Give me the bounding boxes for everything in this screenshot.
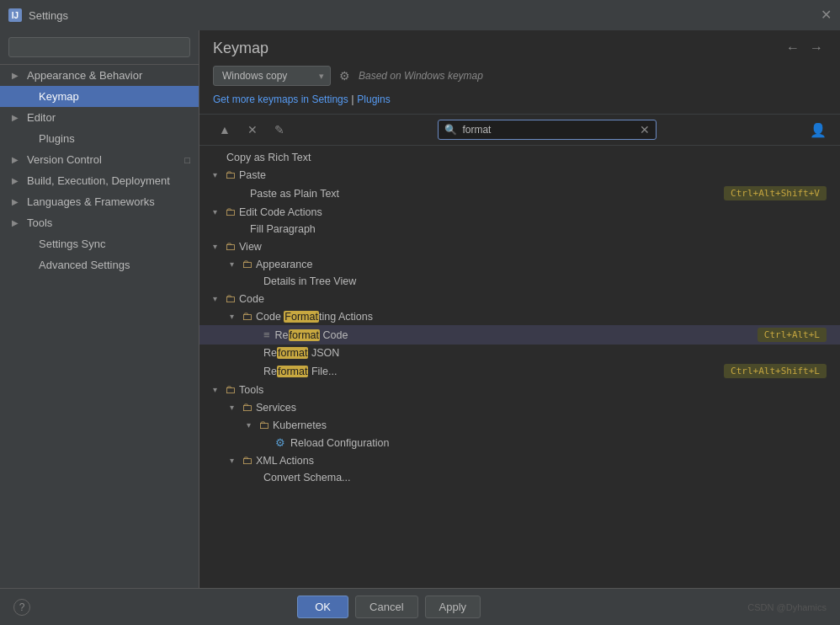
- row-label: Fill Paragraph: [250, 223, 316, 235]
- sidebar: ▶ Appearance & Behavior Keymap ▶ Editor …: [0, 30, 199, 588]
- row-label: Appearance: [256, 259, 312, 270]
- sidebar-item-keymap[interactable]: Keymap: [0, 86, 199, 107]
- sidebar-item-languages-frameworks[interactable]: ▶ Languages & Frameworks: [0, 191, 199, 212]
- toolbar-left: ▲ ✕ ✎: [213, 120, 290, 140]
- tree-row-code-formatting-actions[interactable]: ▾ 🗀 Code Formatting Actions: [199, 307, 840, 325]
- move-down-button[interactable]: ✕: [242, 120, 263, 140]
- plugins-link[interactable]: Plugins: [357, 93, 390, 105]
- folder-icon: 🗀: [225, 168, 236, 181]
- sidebar-search-input[interactable]: [8, 37, 190, 57]
- folder-icon: 🗀: [258, 419, 269, 431]
- sidebar-item-label: Version Control: [27, 153, 102, 166]
- search-box-wrap: 🔍 ✕: [438, 120, 657, 140]
- sidebar-item-plugins[interactable]: Plugins: [0, 128, 199, 149]
- nav-arrows: ← →: [783, 39, 827, 57]
- tree-row-tools[interactable]: ▾ 🗀 Tools: [199, 381, 840, 398]
- person-icon[interactable]: 👤: [810, 122, 827, 138]
- chevron-icon: ▾: [213, 242, 221, 251]
- search-clear-button[interactable]: ✕: [640, 123, 650, 136]
- chevron-icon: ▾: [213, 170, 221, 179]
- folder-icon: 🗀: [225, 383, 236, 396]
- tree-row-reformat-json[interactable]: Reformat JSON: [199, 345, 840, 361]
- chevron-icon: ▾: [230, 456, 238, 465]
- row-label: Services: [256, 402, 296, 414]
- row-label: Tools: [239, 384, 263, 396]
- row-label: Paste as Plain Text: [250, 188, 339, 200]
- spacer: [24, 134, 34, 143]
- toolbar: ▲ ✕ ✎ 🔍 ✕ 👤: [199, 115, 840, 146]
- sidebar-item-label: Plugins: [39, 132, 75, 145]
- tree-row-code[interactable]: ▾ 🗀 Code: [199, 290, 840, 307]
- tree-row-convert-schema[interactable]: Convert Schema...: [199, 469, 840, 486]
- gear-icon[interactable]: ⚙: [339, 69, 350, 83]
- sidebar-item-label: Advanced Settings: [39, 259, 130, 271]
- chevron-icon: ▶: [12, 71, 22, 80]
- shortcut-badge: Ctrl+Alt+L: [758, 328, 827, 342]
- tree-row-edit-code-actions[interactable]: ▾ 🗀 Edit Code Actions: [199, 203, 840, 221]
- sidebar-item-version-control[interactable]: ▶ Version Control □: [0, 149, 199, 170]
- sidebar-item-label: Tools: [27, 216, 52, 229]
- tree-row-xml-actions[interactable]: ▾ 🗀 XML Actions: [199, 451, 840, 469]
- chevron-icon: ▾: [213, 207, 221, 216]
- sidebar-item-advanced-settings[interactable]: Advanced Settings: [0, 254, 199, 275]
- title-bar: IJ Settings ✕: [0, 0, 840, 30]
- page-title: Keymap: [213, 40, 268, 57]
- highlight-format: format: [277, 347, 308, 359]
- row-label: Reformat File...: [263, 366, 337, 377]
- content-header: Keymap ← → Windows copy Default Mac OS X…: [199, 30, 840, 115]
- sidebar-item-label: Languages & Frameworks: [27, 195, 155, 208]
- sidebar-item-settings-sync[interactable]: Settings Sync: [0, 233, 199, 254]
- row-label: Kubernetes: [273, 419, 327, 431]
- tree-row[interactable]: Copy as Rich Text: [199, 149, 840, 166]
- help-button[interactable]: ?: [13, 599, 30, 616]
- cancel-button[interactable]: Cancel: [355, 596, 417, 618]
- tree-row-paste[interactable]: ▾ 🗀 Paste: [199, 166, 840, 184]
- edit-shortcut-button[interactable]: ✎: [268, 120, 290, 140]
- row-label: Edit Code Actions: [239, 206, 322, 218]
- nav-forward-button[interactable]: →: [806, 39, 827, 57]
- based-on-label: Based on Windows keymap: [359, 70, 483, 82]
- content-area: Keymap ← → Windows copy Default Mac OS X…: [199, 30, 840, 588]
- tree-row-reformat-file[interactable]: Reformat File... Ctrl+Alt+Shift+L: [199, 361, 840, 381]
- get-more-keymaps-link[interactable]: Get more keymaps in Settings: [213, 93, 348, 105]
- row-label: XML Actions: [256, 455, 314, 467]
- tree-row-reformat-code[interactable]: ≡ Reformat Code Ctrl+Alt+L: [199, 325, 840, 345]
- content-header-top: Keymap ← →: [213, 39, 827, 57]
- spacer: [24, 239, 34, 248]
- ok-button[interactable]: OK: [297, 596, 348, 618]
- tree-row-kubernetes[interactable]: ▾ 🗀 Kubernetes: [199, 416, 840, 434]
- tree-row-reload-configuration[interactable]: ⚙ Reload Configuration: [199, 434, 840, 451]
- credit-label: CSDN @Dyhamics: [747, 602, 827, 612]
- chevron-icon: ▶: [12, 155, 22, 164]
- keymap-links: Get more keymaps in Settings | Plugins: [213, 93, 827, 114]
- app-icon: IJ: [8, 8, 22, 22]
- sidebar-search-wrap: [0, 30, 199, 65]
- keymap-select-wrap: Windows copy Default Mac OS X Eclipse: [213, 66, 331, 86]
- tree-row-fill-paragraph[interactable]: Fill Paragraph: [199, 221, 840, 238]
- row-label: Reload Configuration: [290, 437, 389, 449]
- tree-row-view[interactable]: ▾ 🗀 View: [199, 238, 840, 255]
- row-label: Copy as Rich Text: [226, 152, 311, 163]
- sidebar-item-appearance-behavior[interactable]: ▶ Appearance & Behavior: [0, 65, 199, 86]
- sidebar-item-tools[interactable]: ▶ Tools: [0, 212, 199, 233]
- chevron-icon: ▾: [230, 259, 238, 269]
- sidebar-item-build-execution[interactable]: ▶ Build, Execution, Deployment: [0, 170, 199, 191]
- keymap-select[interactable]: Windows copy Default Mac OS X Eclipse: [213, 66, 331, 86]
- close-button[interactable]: ✕: [821, 8, 832, 22]
- nav-back-button[interactable]: ←: [783, 39, 803, 57]
- sidebar-item-editor[interactable]: ▶ Editor: [0, 107, 199, 128]
- tree-row-services[interactable]: ▾ 🗀 Services: [199, 398, 840, 416]
- keymap-search-input[interactable]: [438, 120, 657, 140]
- sidebar-item-label: Build, Execution, Deployment: [27, 174, 170, 187]
- pin-icon: □: [184, 155, 190, 165]
- move-up-button[interactable]: ▲: [213, 120, 237, 140]
- tree-row-appearance[interactable]: ▾ 🗀 Appearance: [199, 255, 840, 273]
- tree-row-details-tree-view[interactable]: Details in Tree View: [199, 273, 840, 290]
- folder-icon: 🗀: [225, 240, 236, 253]
- sidebar-item-label: Keymap: [39, 90, 79, 103]
- action-icon: ≡: [263, 329, 270, 341]
- tree-row-paste-plain[interactable]: Paste as Plain Text Ctrl+Alt+Shift+V: [199, 184, 840, 203]
- chevron-icon: ▶: [12, 197, 22, 206]
- apply-button[interactable]: Apply: [425, 596, 481, 618]
- highlight-format: Format: [284, 311, 319, 323]
